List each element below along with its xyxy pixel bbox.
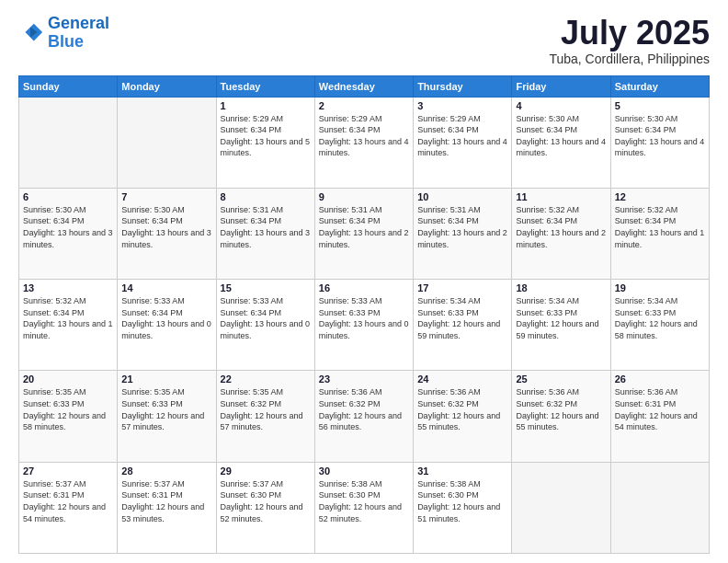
day-info: Sunrise: 5:35 AMSunset: 6:33 PMDaylight:… xyxy=(23,386,113,432)
day-info: Sunrise: 5:30 AMSunset: 6:34 PMDaylight:… xyxy=(615,113,705,159)
day-info: Sunrise: 5:37 AMSunset: 6:30 PMDaylight:… xyxy=(221,478,311,524)
day-info: Sunrise: 5:33 AMSunset: 6:33 PMDaylight:… xyxy=(319,295,409,341)
weekday-header: Tuesday xyxy=(216,75,314,97)
calendar-week-row: 13Sunrise: 5:32 AMSunset: 6:34 PMDayligh… xyxy=(19,280,710,371)
calendar-cell xyxy=(512,462,610,553)
day-info: Sunrise: 5:31 AMSunset: 6:34 PMDaylight:… xyxy=(319,204,409,250)
day-info: Sunrise: 5:36 AMSunset: 6:32 PMDaylight:… xyxy=(516,386,606,432)
calendar-week-row: 6Sunrise: 5:30 AMSunset: 6:34 PMDaylight… xyxy=(19,188,710,279)
day-number: 25 xyxy=(516,373,606,385)
logo: General Blue xyxy=(18,15,109,52)
day-number: 29 xyxy=(221,465,311,477)
calendar-cell xyxy=(610,462,709,553)
calendar-cell: 18Sunrise: 5:34 AMSunset: 6:33 PMDayligh… xyxy=(512,280,610,371)
day-number: 6 xyxy=(23,191,113,202)
day-number: 16 xyxy=(319,282,409,293)
day-info: Sunrise: 5:37 AMSunset: 6:31 PMDaylight:… xyxy=(23,478,113,524)
calendar-table: SundayMondayTuesdayWednesdayThursdayFrid… xyxy=(18,75,710,554)
day-number: 24 xyxy=(417,373,507,385)
day-info: Sunrise: 5:34 AMSunset: 6:33 PMDaylight:… xyxy=(516,295,606,341)
day-info: Sunrise: 5:32 AMSunset: 6:34 PMDaylight:… xyxy=(516,204,606,250)
calendar-cell: 22Sunrise: 5:35 AMSunset: 6:32 PMDayligh… xyxy=(216,371,314,462)
calendar-cell: 10Sunrise: 5:31 AMSunset: 6:34 PMDayligh… xyxy=(414,188,512,279)
day-number: 7 xyxy=(121,191,211,202)
day-number: 2 xyxy=(319,100,409,111)
calendar-cell: 16Sunrise: 5:33 AMSunset: 6:33 PMDayligh… xyxy=(314,280,413,371)
day-info: Sunrise: 5:30 AMSunset: 6:34 PMDaylight:… xyxy=(121,204,211,250)
day-info: Sunrise: 5:29 AMSunset: 6:34 PMDaylight:… xyxy=(417,113,507,159)
day-info: Sunrise: 5:35 AMSunset: 6:33 PMDaylight:… xyxy=(121,386,211,432)
day-number: 8 xyxy=(221,191,311,202)
month-title: July 2025 xyxy=(549,15,710,52)
calendar-cell: 5Sunrise: 5:30 AMSunset: 6:34 PMDaylight… xyxy=(610,97,709,188)
weekday-header: Saturday xyxy=(610,75,709,97)
day-number: 3 xyxy=(417,100,507,111)
header: General Blue July 2025 Tuba, Cordillera,… xyxy=(18,15,710,66)
day-number: 17 xyxy=(417,282,507,293)
calendar-cell: 20Sunrise: 5:35 AMSunset: 6:33 PMDayligh… xyxy=(19,371,118,462)
logo-icon xyxy=(18,20,44,46)
day-info: Sunrise: 5:38 AMSunset: 6:30 PMDaylight:… xyxy=(319,478,409,524)
day-number: 21 xyxy=(121,373,211,385)
calendar-cell: 19Sunrise: 5:34 AMSunset: 6:33 PMDayligh… xyxy=(610,280,709,371)
calendar-cell: 9Sunrise: 5:31 AMSunset: 6:34 PMDaylight… xyxy=(314,188,413,279)
logo-line1: General xyxy=(48,14,109,32)
day-number: 28 xyxy=(121,465,211,477)
calendar-cell: 1Sunrise: 5:29 AMSunset: 6:34 PMDaylight… xyxy=(216,97,314,188)
day-number: 13 xyxy=(23,282,113,293)
day-info: Sunrise: 5:31 AMSunset: 6:34 PMDaylight:… xyxy=(221,204,311,250)
logo-line2: Blue xyxy=(48,32,84,51)
calendar-cell: 12Sunrise: 5:32 AMSunset: 6:34 PMDayligh… xyxy=(610,188,709,279)
day-number: 12 xyxy=(615,191,705,202)
calendar-cell: 8Sunrise: 5:31 AMSunset: 6:34 PMDaylight… xyxy=(216,188,314,279)
calendar-cell: 29Sunrise: 5:37 AMSunset: 6:30 PMDayligh… xyxy=(216,462,314,553)
day-info: Sunrise: 5:35 AMSunset: 6:32 PMDaylight:… xyxy=(221,386,311,432)
day-number: 20 xyxy=(23,373,113,385)
day-info: Sunrise: 5:38 AMSunset: 6:30 PMDaylight:… xyxy=(417,478,507,524)
calendar-cell xyxy=(118,97,216,188)
weekday-header: Monday xyxy=(118,75,216,97)
calendar-cell: 21Sunrise: 5:35 AMSunset: 6:33 PMDayligh… xyxy=(118,371,216,462)
day-number: 9 xyxy=(319,191,409,202)
day-info: Sunrise: 5:32 AMSunset: 6:34 PMDaylight:… xyxy=(23,295,113,341)
day-number: 5 xyxy=(615,100,705,111)
day-number: 22 xyxy=(221,373,311,385)
day-info: Sunrise: 5:37 AMSunset: 6:31 PMDaylight:… xyxy=(121,478,211,524)
day-number: 23 xyxy=(319,373,409,385)
day-info: Sunrise: 5:36 AMSunset: 6:32 PMDaylight:… xyxy=(417,386,507,432)
calendar-cell: 11Sunrise: 5:32 AMSunset: 6:34 PMDayligh… xyxy=(512,188,610,279)
day-info: Sunrise: 5:30 AMSunset: 6:34 PMDaylight:… xyxy=(516,113,606,159)
calendar-cell: 26Sunrise: 5:36 AMSunset: 6:31 PMDayligh… xyxy=(610,371,709,462)
calendar-week-row: 1Sunrise: 5:29 AMSunset: 6:34 PMDaylight… xyxy=(19,97,710,188)
day-number: 26 xyxy=(615,373,705,385)
location-title: Tuba, Cordillera, Philippines xyxy=(549,52,710,66)
calendar-cell: 4Sunrise: 5:30 AMSunset: 6:34 PMDaylight… xyxy=(512,97,610,188)
calendar-cell: 27Sunrise: 5:37 AMSunset: 6:31 PMDayligh… xyxy=(19,462,118,553)
weekday-header: Sunday xyxy=(19,75,118,97)
day-number: 18 xyxy=(516,282,606,293)
calendar-week-row: 20Sunrise: 5:35 AMSunset: 6:33 PMDayligh… xyxy=(19,371,710,462)
day-number: 1 xyxy=(221,100,311,111)
day-info: Sunrise: 5:34 AMSunset: 6:33 PMDaylight:… xyxy=(417,295,507,341)
calendar-cell: 25Sunrise: 5:36 AMSunset: 6:32 PMDayligh… xyxy=(512,371,610,462)
logo-text: General Blue xyxy=(48,15,109,52)
calendar-cell: 6Sunrise: 5:30 AMSunset: 6:34 PMDaylight… xyxy=(19,188,118,279)
calendar-cell: 2Sunrise: 5:29 AMSunset: 6:34 PMDaylight… xyxy=(314,97,413,188)
day-number: 14 xyxy=(121,282,211,293)
calendar-cell: 23Sunrise: 5:36 AMSunset: 6:32 PMDayligh… xyxy=(314,371,413,462)
weekday-header: Wednesday xyxy=(314,75,413,97)
day-info: Sunrise: 5:34 AMSunset: 6:33 PMDaylight:… xyxy=(615,295,705,341)
day-info: Sunrise: 5:33 AMSunset: 6:34 PMDaylight:… xyxy=(121,295,211,341)
day-number: 27 xyxy=(23,465,113,477)
day-info: Sunrise: 5:33 AMSunset: 6:34 PMDaylight:… xyxy=(221,295,311,341)
day-number: 4 xyxy=(516,100,606,111)
calendar-cell: 15Sunrise: 5:33 AMSunset: 6:34 PMDayligh… xyxy=(216,280,314,371)
page: General Blue July 2025 Tuba, Cordillera,… xyxy=(0,0,728,563)
calendar-cell: 14Sunrise: 5:33 AMSunset: 6:34 PMDayligh… xyxy=(118,280,216,371)
weekday-header: Friday xyxy=(512,75,610,97)
calendar-cell: 3Sunrise: 5:29 AMSunset: 6:34 PMDaylight… xyxy=(414,97,512,188)
day-info: Sunrise: 5:32 AMSunset: 6:34 PMDaylight:… xyxy=(615,204,705,250)
day-info: Sunrise: 5:29 AMSunset: 6:34 PMDaylight:… xyxy=(221,113,311,159)
day-info: Sunrise: 5:31 AMSunset: 6:34 PMDaylight:… xyxy=(417,204,507,250)
calendar-header-row: SundayMondayTuesdayWednesdayThursdayFrid… xyxy=(19,75,710,97)
